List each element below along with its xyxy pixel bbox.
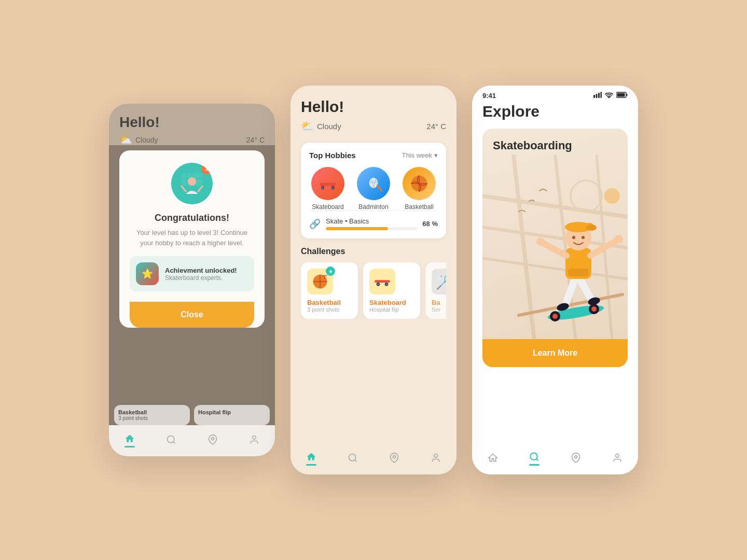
challenge-basketball-sub: 3 point shots	[307, 306, 352, 313]
nav-profile-3[interactable]	[611, 452, 624, 464]
svg-point-17	[332, 187, 334, 189]
svg-point-71	[586, 225, 597, 231]
svg-point-8	[168, 436, 174, 443]
nav-active-dot-1	[125, 446, 135, 447]
nav-search-3[interactable]	[528, 451, 541, 466]
svg-point-76	[536, 237, 545, 246]
hobby-badminton[interactable]: Badminton	[357, 167, 390, 211]
weather-row-phone2: ⛅ Cloudy 24° C	[301, 120, 446, 132]
search-icon-3	[528, 451, 541, 463]
skateboarder-svg	[508, 175, 628, 341]
profile-icon-3	[611, 452, 624, 464]
svg-line-24	[377, 186, 381, 191]
time-display: 9:41	[482, 92, 496, 100]
home-icon-3	[487, 452, 499, 464]
nav-profile-1[interactable]	[248, 433, 260, 446]
basketball-illustration	[408, 173, 430, 194]
greeting-phone1: Hello!	[119, 114, 265, 131]
explore-illustration-bg	[482, 129, 628, 367]
challenge-ba[interactable]: 🏸 Ba Ser	[425, 262, 446, 319]
achievement-subtitle: Skaterboard experts.	[165, 274, 237, 282]
svg-point-9	[212, 438, 214, 440]
challenge-basketball-name: Basketball	[307, 299, 352, 306]
skateboard-challenge-icon	[372, 271, 393, 292]
svg-line-74	[542, 243, 566, 256]
challenges-section: Challenges ★ Ba	[301, 247, 446, 319]
chevron-down-icon: ▾	[434, 151, 438, 159]
svg-point-61	[591, 306, 597, 312]
phone-screen-2: Hello! ⛅ Cloudy 24° C Top Hobbies This w…	[290, 86, 457, 474]
svg-point-10	[253, 436, 256, 440]
svg-point-78	[604, 188, 620, 204]
challenges-list: ★ Basketball 3 point shots	[301, 262, 446, 319]
svg-rect-67	[568, 269, 589, 276]
svg-point-5	[188, 177, 196, 186]
progress-bar-fill	[326, 227, 388, 230]
hobby-skateboard[interactable]: Skateboard	[311, 167, 344, 211]
achievement-title: Achievment unlocked!	[165, 267, 237, 274]
challenge-skateboard-name: Skateboard	[369, 299, 414, 306]
phone-screen-3: 9:41	[472, 86, 638, 474]
badminton-illustration	[363, 173, 384, 194]
peek-cards: Basketball 3 point shots Hospital flip	[114, 405, 270, 425]
sport-title: Skateboarding	[493, 139, 572, 152]
svg-rect-43	[598, 93, 600, 98]
skateboard-label: Skateboard	[312, 203, 343, 211]
avatar-wrap: 3	[130, 163, 254, 204]
close-button[interactable]: Close	[130, 302, 254, 328]
challenge-badge: ★	[326, 267, 335, 276]
peek-card-2-title: Hospital flip	[198, 409, 266, 415]
svg-point-59	[552, 314, 558, 319]
congratulations-modal: 3 Congratulations! Your level has up to …	[119, 150, 265, 328]
explore-card: Skateboarding	[482, 129, 628, 367]
nav-location-3[interactable]	[570, 452, 582, 464]
nav-active-dot-2	[306, 464, 316, 466]
svg-rect-41	[593, 95, 595, 98]
achievement-row: ⭐ Achievment unlocked! Skaterboard exper…	[130, 256, 254, 291]
svg-point-72	[572, 236, 575, 239]
wifi-icon	[605, 92, 613, 100]
top-hobbies-title: Top Hobbies	[309, 151, 356, 160]
signal-icon	[593, 92, 602, 100]
challenge-skateboard-sub: Hospital flip	[369, 306, 414, 313]
svg-point-16	[322, 187, 324, 189]
nav-home-3[interactable]	[487, 452, 499, 464]
nav-profile-2[interactable]	[430, 452, 442, 464]
learn-more-button[interactable]: Learn More	[482, 339, 628, 367]
nav-active-dot-3	[529, 464, 540, 466]
condition-2: Cloudy	[317, 122, 341, 131]
skateboard-icon-circle	[311, 167, 344, 200]
svg-rect-48	[617, 93, 625, 97]
nav-search-2[interactable]	[347, 452, 359, 464]
svg-rect-33	[375, 280, 390, 283]
nav-search-1[interactable]	[165, 433, 177, 446]
badminton-label: Badminton	[358, 203, 388, 211]
modal-description: Your level has up to level 3! Continue y…	[130, 228, 254, 248]
phone3-content: Explore Skateboarding	[472, 103, 638, 473]
nav-home-1[interactable]	[123, 432, 136, 447]
ba-icon: 🏸	[436, 273, 447, 290]
location-icon-3	[570, 452, 582, 464]
nav-location-2[interactable]	[388, 452, 400, 464]
nav-location-1[interactable]	[206, 433, 219, 446]
basketball-icon-circle	[403, 167, 436, 200]
progress-label: Skate • Basics	[326, 217, 417, 225]
svg-rect-44	[601, 92, 602, 98]
challenge-basketball[interactable]: ★ Basketball 3 point shots	[301, 262, 358, 319]
modal-title: Congratulations!	[130, 213, 254, 223]
skate-progress-icon: 🔗	[309, 218, 321, 230]
bottom-navbar-2	[290, 443, 457, 474]
challenge-ba-sub: Ser	[432, 306, 446, 313]
hobby-basketball[interactable]: Basketball	[403, 167, 436, 211]
bottom-navbar-1	[109, 425, 275, 456]
challenge-ba-name: Ba	[432, 299, 446, 306]
nav-home-2[interactable]	[305, 451, 317, 466]
svg-point-77	[615, 235, 623, 243]
ba-challenge-img: 🏸	[432, 269, 446, 295]
challenge-skateboard[interactable]: Skateboard Hospital flip	[363, 262, 420, 319]
battery-icon	[616, 92, 628, 100]
svg-line-75	[590, 240, 617, 256]
filter-dropdown[interactable]: This week ▾	[402, 151, 438, 159]
svg-point-40	[434, 454, 438, 458]
achievement-icon: ⭐	[136, 262, 159, 285]
